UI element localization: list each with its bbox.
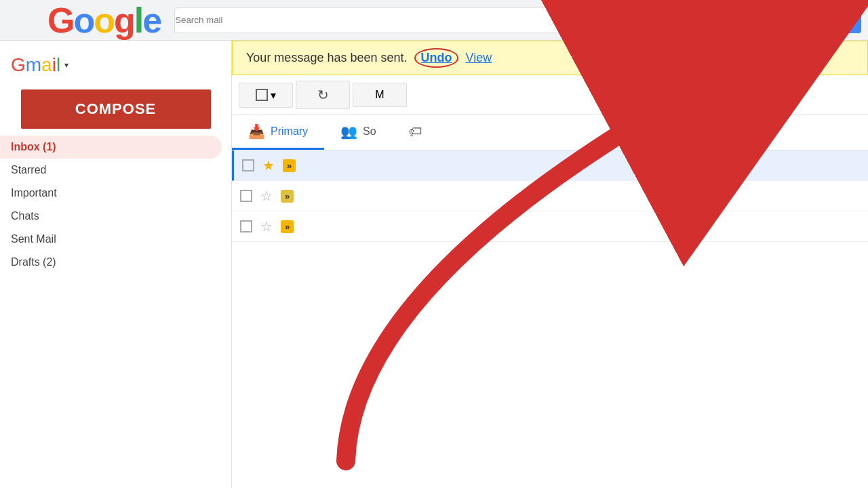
forward-badge: » xyxy=(281,190,294,203)
refresh-icon: ↻ xyxy=(317,87,329,103)
google-logo: Google xyxy=(47,0,161,41)
gmail-dropdown-arrow[interactable]: ▾ xyxy=(64,60,68,70)
tab-social[interactable]: 👥 So xyxy=(324,115,393,150)
search-button[interactable] xyxy=(821,7,861,33)
undo-button[interactable]: Undo xyxy=(414,48,459,68)
select-checkbox-button[interactable]: ▾ xyxy=(239,83,293,108)
checkbox-icon xyxy=(256,89,268,101)
inbox-icon: 📥 xyxy=(248,123,265,140)
table-row[interactable]: ☆ » xyxy=(232,181,868,211)
email-checkbox[interactable] xyxy=(240,190,252,202)
sidebar-item-starred[interactable]: Starred xyxy=(0,159,222,182)
toolbar: ▾ ↻ M xyxy=(232,75,868,115)
tabs: 📥 Primary 👥 So 🏷 xyxy=(232,115,868,150)
more-label: M xyxy=(375,89,384,101)
forward-badge: » xyxy=(281,220,294,233)
app-header: Google xyxy=(0,0,868,41)
star-icon[interactable]: ☆ xyxy=(260,188,273,204)
more-button[interactable]: M xyxy=(353,83,407,107)
view-link[interactable]: View xyxy=(465,51,492,65)
chevron-down-icon: ▾ xyxy=(271,89,276,102)
sidebar-item-sent[interactable]: Sent Mail xyxy=(0,228,222,251)
sidebar-item-important[interactable]: Important xyxy=(0,182,222,205)
gmail-brand: Gmail ▾ xyxy=(0,47,231,89)
notification-message: Your message has been sent. xyxy=(246,51,408,65)
star-icon[interactable]: ★ xyxy=(262,157,275,174)
sidebar-item-inbox[interactable]: Inbox (1) xyxy=(0,136,222,159)
compose-button[interactable]: COMPOSE xyxy=(21,89,211,129)
content-area: Your message has been sent. Undo View ▾ … xyxy=(232,41,868,488)
main-layout: Gmail ▾ COMPOSE Inbox (1) Starred Import… xyxy=(0,41,868,488)
email-checkbox[interactable] xyxy=(240,220,252,232)
refresh-button[interactable]: ↻ xyxy=(296,81,350,109)
notification-bar: Your message has been sent. Undo View xyxy=(232,41,868,75)
sidebar: Gmail ▾ COMPOSE Inbox (1) Starred Import… xyxy=(0,41,232,488)
sidebar-item-chats[interactable]: Chats xyxy=(0,205,222,228)
sidebar-item-drafts[interactable]: Drafts (2) xyxy=(0,251,222,274)
tab-promotions[interactable]: 🏷 xyxy=(393,115,444,150)
tab-primary[interactable]: 📥 Primary xyxy=(232,115,324,150)
tab-social-label: So xyxy=(363,125,376,138)
forward-badge: » xyxy=(283,159,296,172)
promotions-icon: 🏷 xyxy=(409,124,422,140)
social-icon: 👥 xyxy=(340,123,357,140)
table-row[interactable]: ★ » xyxy=(232,150,868,181)
table-row[interactable]: ☆ » xyxy=(232,211,868,242)
star-icon[interactable]: ☆ xyxy=(260,218,273,235)
tab-primary-label: Primary xyxy=(271,125,308,138)
sidebar-nav: Inbox (1) Starred Important Chats Sent M… xyxy=(0,136,231,274)
email-list: ★ » ☆ » ☆ » xyxy=(232,150,868,488)
email-checkbox[interactable] xyxy=(242,159,254,171)
search-input[interactable] xyxy=(174,7,807,33)
gmail-text: Gmail xyxy=(11,54,60,76)
